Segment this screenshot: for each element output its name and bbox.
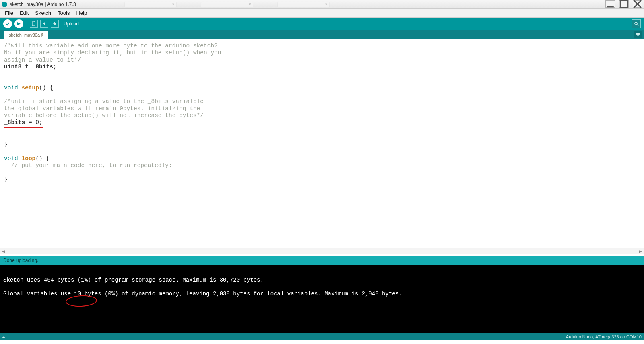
code-brace-close2: } — [4, 176, 8, 183]
check-icon — [5, 21, 10, 26]
menu-sketch[interactable]: Sketch — [33, 9, 54, 17]
code-comment-top: /*will this variable add one more byte t… — [4, 43, 221, 63]
code-editor[interactable]: /*will this variable add one more byte t… — [0, 39, 642, 248]
console-line2-prefix: Global variables use — [3, 290, 74, 297]
console-line2-suffix: (0%) of dynamic memory, leaving 2,038 by… — [101, 290, 402, 297]
window-titlebar: sketch_may30a | Arduino 1.7.3 × × × — [0, 0, 644, 9]
chevron-down-icon — [634, 31, 642, 38]
svg-rect-7 — [44, 24, 45, 25]
file-tab-label: sketch_may30a § — [9, 33, 43, 37]
tab-menu-button[interactable] — [634, 31, 642, 38]
open-sketch-button[interactable] — [40, 20, 48, 28]
upload-button[interactable] — [14, 19, 23, 28]
svg-line-11 — [637, 25, 639, 26]
menu-help[interactable]: Help — [74, 9, 89, 17]
background-browser-tabs: × × × — [124, 2, 330, 7]
window-title: sketch_may30a | Arduino 1.7.3 — [10, 2, 76, 7]
code-assign-eq: = — [25, 119, 35, 126]
arduino-app-icon — [2, 2, 7, 7]
svg-rect-8 — [54, 22, 55, 23]
magnifier-icon — [634, 21, 639, 26]
new-sketch-button[interactable] — [30, 20, 38, 28]
footer-bar: 4 Arduino Nano, ATmega328 on COM10 — [0, 333, 644, 340]
scroll-left-arrow-icon[interactable]: ◄ — [1, 249, 6, 254]
console-line1: Sketch uses 454 bytes (1%) of program st… — [3, 277, 264, 283]
arrow-right-icon — [17, 21, 21, 26]
menu-edit[interactable]: Edit — [17, 9, 31, 17]
code-setup-open: () { — [39, 84, 53, 91]
status-text: Done uploading. — [3, 257, 38, 263]
menu-tools[interactable]: Tools — [55, 9, 72, 17]
file-tab[interactable]: sketch_may30a § — [4, 31, 48, 39]
footer-board-port: Arduino Nano, ATmega328 on COM10 — [566, 334, 642, 339]
code-comment-mid: /*until i start assigning a value to the… — [4, 98, 204, 119]
svg-point-10 — [635, 22, 637, 25]
serial-monitor-button[interactable] — [632, 19, 641, 28]
svg-marker-12 — [635, 33, 641, 36]
menubar: File Edit Sketch Tools Help — [0, 9, 644, 18]
build-console[interactable]: Sketch uses 454 bytes (1%) of program st… — [0, 265, 644, 333]
footer-line-number: 4 — [2, 334, 5, 339]
file-icon — [31, 21, 36, 26]
verify-button[interactable] — [3, 19, 12, 28]
code-void2: void — [4, 155, 18, 162]
status-bar: Done uploading. — [0, 256, 644, 265]
tabstrip: sketch_may30a § — [0, 30, 644, 39]
code-assign-semi: ; — [39, 119, 43, 126]
code-assign-rhs: 0 — [35, 119, 39, 126]
code-decl-name: _8bits — [32, 64, 53, 70]
code-editor-wrap: /*will this variable add one more byte t… — [0, 39, 644, 256]
code-decl-type: uint8_t — [4, 64, 29, 70]
code-loop-fn: loop — [22, 155, 36, 162]
code-brace-close1: } — [4, 141, 8, 148]
maximize-button[interactable] — [619, 0, 629, 8]
toolbar: Upload — [0, 18, 644, 30]
code-loop-open: () { — [35, 155, 50, 162]
arrow-up-icon — [42, 21, 47, 26]
arrow-down-icon — [52, 21, 57, 26]
code-loop-comment: // put your main code here, to run repea… — [4, 162, 172, 169]
svg-rect-1 — [620, 0, 627, 8]
code-setup-fn: setup — [22, 84, 39, 91]
svg-marker-9 — [53, 23, 56, 25]
minimize-button[interactable] — [605, 0, 615, 8]
svg-marker-6 — [43, 22, 46, 24]
close-button[interactable] — [633, 0, 642, 8]
toolbar-action-label: Upload — [64, 21, 79, 27]
svg-marker-4 — [17, 22, 21, 25]
scroll-right-arrow-icon[interactable]: ► — [638, 249, 643, 254]
code-semicolon: ; — [53, 64, 57, 70]
code-assign-lhs: _8bits — [4, 119, 25, 126]
svg-rect-5 — [32, 22, 35, 26]
editor-horizontal-scrollbar[interactable]: ◄ ► — [0, 248, 644, 254]
code-void1: void — [4, 84, 18, 91]
menu-file[interactable]: File — [2, 9, 16, 17]
save-sketch-button[interactable] — [51, 20, 59, 28]
